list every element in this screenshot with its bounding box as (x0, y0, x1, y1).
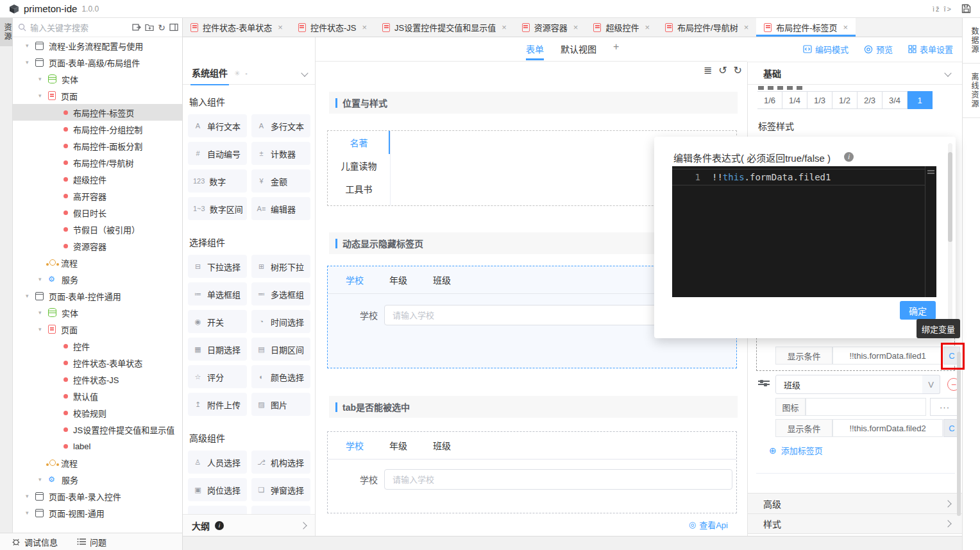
tree-item[interactable]: ▾ 流程 (13, 254, 182, 271)
width-fraction-button[interactable]: 1/3 (807, 91, 832, 109)
tree-item[interactable]: ▾ 流程 (13, 454, 182, 471)
width-fraction-button[interactable]: 2/3 (858, 91, 883, 109)
width-fraction-button[interactable]: 1/6 (757, 91, 782, 109)
tree-item[interactable]: ▾ 布局控件-面板分割 (13, 137, 182, 154)
document-tab[interactable]: 超级控件 (586, 18, 657, 37)
rail-tab-resources[interactable]: 资源 (0, 18, 13, 46)
palette-item[interactable]: ♙ 人员选择 (188, 451, 247, 474)
caret-icon[interactable]: ▾ (38, 276, 48, 282)
search-input[interactable]: 输入关键字搜索 (30, 21, 89, 33)
tree-item[interactable]: ▾ 默认值 (13, 388, 182, 404)
save-icon[interactable] (961, 4, 971, 13)
caret-icon[interactable]: ▾ (38, 92, 48, 99)
tree-item[interactable]: ▾ 高开容器 (13, 187, 182, 204)
palette-item[interactable]: ⊟ 下拉选择 (188, 255, 247, 278)
variable-button[interactable]: V (922, 375, 940, 394)
palette-item[interactable]: ◉ 开关 (188, 310, 247, 333)
tree-item[interactable]: ▾ 页面-表单-控件通用 (13, 288, 182, 304)
undo-icon[interactable]: ↺ (718, 65, 727, 76)
tree-item[interactable]: ▾ 页面-表单-高级/布局组件 (13, 54, 182, 71)
new-folder-icon[interactable] (145, 23, 154, 31)
import-icon[interactable] (132, 23, 141, 31)
collapse-panel-icon[interactable] (169, 23, 178, 31)
more-options-button[interactable]: ··· (930, 398, 959, 416)
palette-item[interactable]: ▤ 日期区间 (251, 338, 310, 361)
palette-item[interactable]: A 单行文本 (188, 114, 247, 137)
palette-item[interactable]: ¥ 金额 (251, 169, 310, 193)
tree-item[interactable]: ▾ label (13, 438, 182, 454)
vertical-tab[interactable]: 工具书 (328, 177, 390, 200)
drag-handle-icon[interactable] (758, 379, 770, 389)
palette-item[interactable]: ≔ 单选框组 (188, 282, 247, 305)
chevron-down-icon[interactable] (301, 69, 308, 76)
tree-item[interactable]: ▾ 校验规则 (13, 404, 182, 421)
palette-item[interactable]: # 自动编号 (188, 142, 247, 165)
tree-item[interactable]: ▾ 布局控件-分组控制 (13, 121, 182, 137)
view-tab-default[interactable]: 默认视图 (561, 42, 596, 60)
modal-scrollbar[interactable] (948, 143, 952, 329)
palette-item[interactable]: ≕ 多选框组 (251, 282, 310, 305)
tree-item[interactable]: ▾ 页面 (13, 87, 182, 104)
close-icon[interactable] (744, 22, 749, 32)
tree-item[interactable]: ▾ 页面-表单-录入控件 (13, 488, 182, 504)
palette-item[interactable]: ▨ 图片 (251, 393, 310, 416)
tree-item[interactable]: ▾ 控件状态-表单状态 (13, 354, 182, 371)
palette-item[interactable]: ▣ 岗位选择 (188, 478, 247, 501)
outline-icon[interactable]: ≣ (704, 65, 712, 76)
vertical-tab[interactable]: 名著 (328, 131, 390, 154)
confirm-button[interactable]: 确定 (900, 301, 936, 320)
caret-icon[interactable]: ▾ (38, 309, 48, 316)
tree-item[interactable]: ▾ 流程-业务流程配置与使用 (13, 37, 182, 54)
caret-icon[interactable]: ▾ (26, 510, 35, 516)
close-icon[interactable] (278, 22, 283, 32)
tab[interactable]: 学校 (346, 273, 364, 286)
close-icon[interactable] (502, 22, 507, 32)
condition-value[interactable]: !!this.formData.filed2 (832, 419, 943, 437)
tree-item[interactable]: ▾ JS设置控件提交值和显示值 (13, 421, 182, 438)
palette-item[interactable]: 1~3 数字区间 (188, 197, 247, 220)
tree-item[interactable]: ▾ 服务 (13, 471, 182, 488)
tree-item[interactable]: ▾ 超级控件 (13, 171, 182, 187)
outline-footer[interactable]: 大纲 i (183, 514, 315, 536)
collapse-section-advanced[interactable]: 高级 (748, 493, 962, 513)
chevron-down-icon[interactable] (944, 69, 951, 76)
width-fraction-button[interactable]: 1/4 (782, 91, 807, 109)
icon-value[interactable] (806, 398, 926, 416)
caret-icon[interactable]: ▾ (26, 493, 35, 499)
width-fraction-button[interactable]: 1 (908, 91, 933, 109)
tab[interactable]: 班级 (433, 439, 451, 452)
tab[interactable]: 年级 (389, 439, 407, 452)
tree-item[interactable]: ▾ 资源容器 (13, 237, 182, 254)
chevron-right-icon[interactable] (300, 522, 307, 529)
caret-icon[interactable]: ▾ (38, 326, 48, 332)
form-settings-button[interactable]: 表单设置 (908, 43, 953, 55)
document-tab[interactable]: 控件状态-表单状态 (183, 18, 291, 37)
caret-icon[interactable]: ▾ (38, 76, 48, 82)
document-tab[interactable]: 布局控件/导航树 (657, 18, 756, 37)
tree-item[interactable]: ▾ 控件状态-JS (13, 371, 182, 388)
palette-item[interactable]: ◐ 颜色选择 (251, 365, 310, 388)
school-input[interactable] (385, 470, 732, 489)
rail-tab-data-source[interactable]: 数据源 (963, 18, 980, 64)
collapse-section-style[interactable]: 样式 (748, 513, 962, 534)
add-view-button[interactable]: + (613, 41, 619, 60)
redo-icon[interactable]: ↻ (734, 65, 742, 76)
tree-item[interactable]: ▾ 服务 (13, 271, 182, 288)
tab[interactable]: 班级 (433, 273, 451, 286)
width-fraction-button[interactable]: 3/4 (883, 91, 908, 109)
tab[interactable]: 年级 (389, 273, 407, 286)
tree-item[interactable]: ▾ 节假日（被引用） (13, 221, 182, 237)
tree-item[interactable]: ▾ 布局控件/导航树 (13, 154, 182, 171)
scrollbar-thumb[interactable] (957, 352, 961, 516)
tab-name-input[interactable]: 班级 (775, 375, 923, 394)
preview-button[interactable]: 预览 (864, 43, 893, 55)
palette-item[interactable]: A 多行文本 (251, 114, 310, 137)
palette-item[interactable]: ❏ 弹窗选择 (251, 478, 310, 501)
caret-icon[interactable]: ▾ (26, 59, 35, 65)
palette-tab-system-components[interactable]: 系统组件 (190, 61, 229, 85)
tree-item[interactable]: ▾ 实体 (13, 304, 182, 321)
palette-item[interactable]: ◔ 时间选择 (251, 310, 310, 333)
inspector-header-basic[interactable]: 基础 (748, 62, 962, 85)
palette-item[interactable]: ↥ 附件上传 (188, 393, 247, 416)
caret-icon[interactable]: ▾ (26, 42, 35, 49)
